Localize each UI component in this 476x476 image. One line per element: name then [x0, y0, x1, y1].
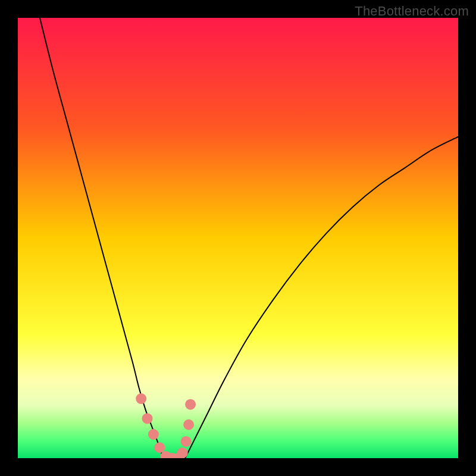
- chart-frame: TheBottleneck.com: [0, 0, 476, 476]
- valley-markers-point: [148, 429, 159, 440]
- valley-markers-point: [185, 399, 196, 410]
- plot-area: [18, 18, 458, 458]
- valley-markers-point: [177, 447, 188, 458]
- valley-markers-point: [181, 436, 192, 447]
- chart-svg: [18, 18, 458, 458]
- valley-markers-point: [154, 442, 165, 453]
- valley-markers-point: [183, 419, 194, 430]
- valley-markers-point: [136, 393, 146, 404]
- valley-markers-point: [142, 413, 153, 424]
- watermark-text: TheBottleneck.com: [355, 4, 469, 19]
- gradient-background: [18, 18, 458, 458]
